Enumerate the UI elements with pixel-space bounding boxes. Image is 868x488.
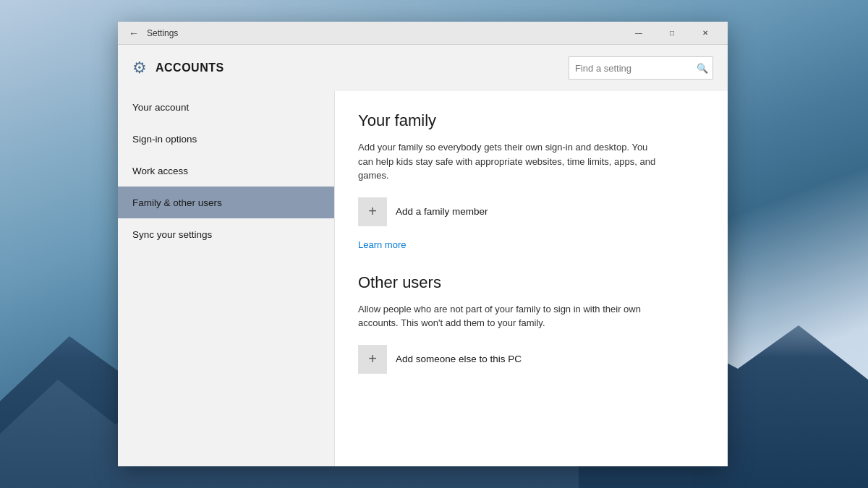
plus-icon: +	[368, 203, 377, 220]
title-bar: ← Settings — □ ✕	[118, 22, 728, 45]
sidebar-item-work-access[interactable]: Work access	[118, 155, 334, 187]
accounts-title: ACCOUNTS	[156, 61, 224, 74]
close-button[interactable]: ✕	[689, 22, 722, 45]
search-box: 🔍	[569, 56, 713, 80]
family-section-title: Your family	[358, 111, 705, 130]
sidebar-item-your-account[interactable]: Your account	[118, 91, 334, 123]
window-title: Settings	[147, 28, 178, 38]
sidebar-item-family-other-users[interactable]: Family & other users	[118, 187, 334, 218]
minimize-button[interactable]: —	[622, 22, 655, 45]
maximize-icon: □	[670, 29, 674, 37]
add-other-user-icon-box: +	[358, 345, 387, 374]
sidebar: Your account Sign-in options Work access…	[118, 91, 335, 466]
plus-icon-2: +	[368, 351, 377, 367]
main-area: Your account Sign-in options Work access…	[118, 91, 728, 466]
search-icon: 🔍	[697, 63, 708, 74]
family-section-description: Add your family so everybody gets their …	[358, 140, 662, 183]
settings-window: ← Settings — □ ✕ ⚙ ACCOUNTS 🔍 Your ac	[118, 22, 728, 466]
sidebar-item-sign-in-options[interactable]: Sign-in options	[118, 123, 334, 155]
back-button[interactable]: ←	[124, 23, 144, 43]
add-family-member-button[interactable]: + Add a family member	[358, 197, 705, 226]
add-family-member-label: Add a family member	[396, 206, 488, 217]
accounts-icon: ⚙	[132, 59, 147, 77]
search-input[interactable]	[575, 63, 697, 74]
content-area: Your family Add your family so everybody…	[335, 91, 728, 466]
window-controls: — □ ✕	[622, 22, 722, 45]
add-other-user-button[interactable]: + Add someone else to this PC	[358, 345, 705, 374]
header: ⚙ ACCOUNTS 🔍	[118, 45, 728, 91]
close-icon: ✕	[702, 29, 708, 37]
maximize-button[interactable]: □	[655, 22, 689, 45]
other-users-section-title: Other users	[358, 273, 705, 292]
add-family-member-icon-box: +	[358, 197, 387, 226]
minimize-icon: —	[635, 29, 642, 37]
add-other-user-label: Add someone else to this PC	[396, 354, 522, 364]
sidebar-item-sync-settings[interactable]: Sync your settings	[118, 218, 334, 250]
other-users-section-description: Allow people who are not part of your fa…	[358, 302, 662, 330]
learn-more-link[interactable]: Learn more	[358, 239, 406, 250]
